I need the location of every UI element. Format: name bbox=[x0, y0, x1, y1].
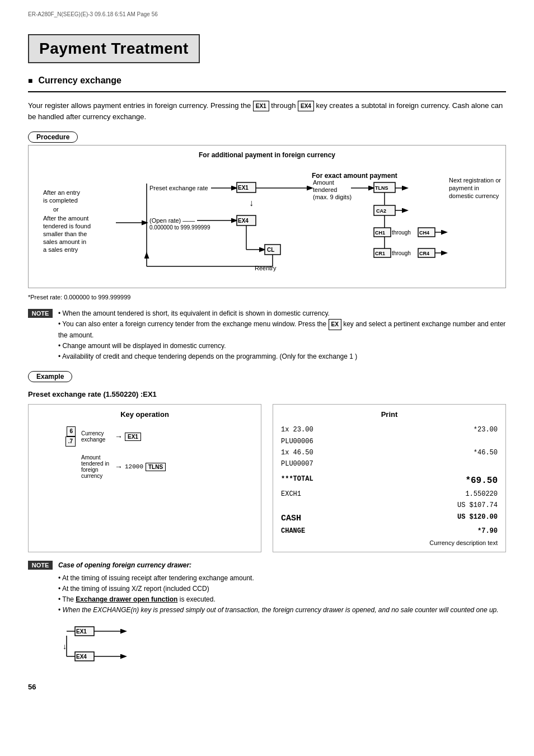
section-title: Currency exchange bbox=[38, 76, 121, 86]
receipt-usd-amount: US $107.74 bbox=[281, 500, 498, 511]
amount-tendered-label: Amounttendered inforeign currency bbox=[81, 454, 115, 479]
flow-top-title: For additional payment in foreign curren… bbox=[38, 151, 496, 159]
example-label: Example bbox=[28, 371, 72, 382]
key-operation-panel: Key operation 6 .7 Currencyexchange → EX… bbox=[28, 404, 261, 552]
intro-part2: through bbox=[271, 101, 298, 110]
section-divider bbox=[28, 91, 506, 92]
bottom-flow: EX1 ↓ EX4 bbox=[58, 624, 499, 672]
example-preset-title: Preset exchange rate (1.550220) :EX1 bbox=[28, 390, 506, 398]
receipt-line-4: PLU00007 bbox=[281, 458, 498, 469]
receipt-cash: CASH US $120.00 bbox=[281, 511, 498, 526]
svg-text:(max. 9 digits): (max. 9 digits) bbox=[313, 194, 352, 200]
note-item-1: When the amount tendered is short, its e… bbox=[58, 308, 506, 319]
note2-item-3: The Exchange drawer open function is exe… bbox=[58, 594, 499, 605]
svg-text:through: through bbox=[392, 250, 411, 256]
note2-title: Case of opening foreign currency drawer: bbox=[58, 560, 499, 571]
svg-text:EX4: EX4 bbox=[76, 654, 87, 660]
svg-text:CH1: CH1 bbox=[375, 230, 385, 236]
note-label-2: NOTE bbox=[28, 561, 53, 570]
preset-note: *Preset rate: 0.000000 to 999.999999 bbox=[28, 294, 506, 300]
svg-text:EX1: EX1 bbox=[76, 628, 87, 635]
note2-item-2: At the timing of issuing X/Z report (inc… bbox=[58, 584, 499, 594]
receipt-line-3: 1x 46.50 *46.50 bbox=[281, 447, 498, 458]
ex1-key-op: EX1 bbox=[125, 433, 141, 441]
ex4-key-intro: EX4 bbox=[298, 101, 314, 111]
note-item-4: Availability of credit and cheque tender… bbox=[58, 351, 506, 362]
page-number: 56 bbox=[28, 683, 506, 691]
svg-text:CH4: CH4 bbox=[419, 230, 429, 236]
svg-text:After an entry: After an entry bbox=[43, 189, 81, 196]
svg-text:CA2: CA2 bbox=[376, 208, 386, 214]
receipt-change: CHANGE *7.90 bbox=[281, 525, 498, 537]
svg-text:tendered: tendered bbox=[313, 186, 337, 193]
page-title: Payment Treatment bbox=[39, 40, 189, 58]
svg-text:After the amount: After the amount bbox=[43, 215, 88, 222]
svg-text:Amount: Amount bbox=[313, 179, 334, 186]
currency-desc: Currency description text bbox=[281, 539, 498, 546]
svg-text:EX1: EX1 bbox=[238, 185, 249, 191]
svg-text:TLNS: TLNS bbox=[375, 185, 388, 191]
receipt-line-1: 1x 23.00 *23.00 bbox=[281, 424, 498, 435]
svg-text:payment in: payment in bbox=[449, 185, 479, 191]
print-panel: Print 1x 23.00 *23.00 PLU00006 1x 46.50 … bbox=[273, 404, 506, 552]
print-title: Print bbox=[281, 410, 498, 419]
note-box-2: NOTE Case of opening foreign currency dr… bbox=[28, 560, 506, 672]
svg-text:or: or bbox=[53, 206, 59, 213]
note-label-1: NOTE bbox=[28, 309, 53, 318]
svg-text:Reentry: Reentry bbox=[255, 265, 277, 271]
key-7: .7 bbox=[65, 436, 76, 447]
svg-text:0.000000 to 999.999999: 0.000000 to 999.999999 bbox=[149, 224, 210, 231]
svg-text:smaller than the: smaller than the bbox=[43, 231, 87, 237]
svg-text:For exact amount payment: For exact amount payment bbox=[312, 172, 397, 180]
print-receipt: 1x 23.00 *23.00 PLU00006 1x 46.50 *46.50… bbox=[281, 424, 498, 537]
svg-text:Preset exchange rate: Preset exchange rate bbox=[149, 185, 208, 191]
svg-text:↓: ↓ bbox=[249, 198, 254, 208]
page-header: ER-A280F_N(SEEG)(E)-3 09.6.18 6:51 AM Pa… bbox=[28, 11, 506, 17]
note-content-1: When the amount tendered is short, its e… bbox=[58, 308, 506, 363]
procedure-label: Procedure bbox=[28, 132, 78, 143]
svg-text:CL: CL bbox=[267, 247, 274, 253]
intro-part1: Your register allows payment entries in … bbox=[28, 101, 253, 110]
svg-text:Next registration or: Next registration or bbox=[449, 177, 501, 184]
key-op-keys-label: 6 .7 bbox=[36, 426, 81, 447]
ex1-key-intro: EX1 bbox=[253, 101, 269, 111]
svg-text:through: through bbox=[392, 229, 411, 236]
svg-text:a sales entry: a sales entry bbox=[43, 246, 78, 253]
note2-content: Case of opening foreign currency drawer:… bbox=[58, 560, 499, 672]
svg-text:CR4: CR4 bbox=[419, 251, 429, 256]
note2-item-1: At the timing of issuing receipt after t… bbox=[58, 573, 499, 584]
header-text: ER-A280F_N(SEEG)(E)-3 09.6.18 6:51 AM Pa… bbox=[28, 11, 158, 17]
intro-text: Your register allows payment entries in … bbox=[28, 100, 506, 123]
receipt-line-2: PLU00006 bbox=[281, 436, 498, 447]
receipt-exch1: EXCH1 1.550220 bbox=[281, 489, 498, 500]
svg-text:(Open rate) ——: (Open rate) —— bbox=[149, 217, 195, 224]
note-item-3: Change amount will be displayed in domes… bbox=[58, 341, 506, 351]
svg-text:↓: ↓ bbox=[63, 642, 67, 651]
currency-exchange-label: Currencyexchange bbox=[81, 430, 115, 443]
svg-text:is completed: is completed bbox=[43, 197, 78, 204]
receipt-total-line: ***TOTAL *69.50 bbox=[281, 473, 498, 489]
example-table: Key operation 6 .7 Currencyexchange → EX… bbox=[28, 404, 506, 552]
ex-key-note: EX bbox=[329, 319, 341, 330]
tlns-key-op: TLNS bbox=[146, 463, 166, 471]
svg-text:tendered is found: tendered is found bbox=[43, 223, 91, 229]
note-item-2: You can also enter a foreign currency te… bbox=[58, 319, 506, 341]
page-title-box: Payment Treatment bbox=[28, 34, 200, 63]
svg-text:domestic currency: domestic currency bbox=[449, 192, 499, 199]
bottom-flow-svg: EX1 ↓ EX4 bbox=[58, 624, 170, 669]
section-heading: Currency exchange bbox=[28, 76, 506, 86]
svg-text:EX4: EX4 bbox=[238, 218, 249, 224]
flow-svg: After an entry is completed or After the… bbox=[38, 161, 508, 279]
key-op-diagram: 6 .7 Currencyexchange → EX1 Amounttender… bbox=[36, 426, 253, 479]
key-6: 6 bbox=[67, 426, 76, 436]
flow-diagram: For additional payment in foreign curren… bbox=[28, 145, 506, 288]
svg-text:sales amount in: sales amount in bbox=[43, 238, 86, 245]
note-box-1: NOTE When the amount tendered is short, … bbox=[28, 308, 506, 363]
note2-item-4: When the EXCHANGE(n) key is pressed simp… bbox=[58, 605, 499, 616]
key-op-title: Key operation bbox=[36, 410, 253, 419]
svg-text:CR1: CR1 bbox=[375, 251, 385, 256]
